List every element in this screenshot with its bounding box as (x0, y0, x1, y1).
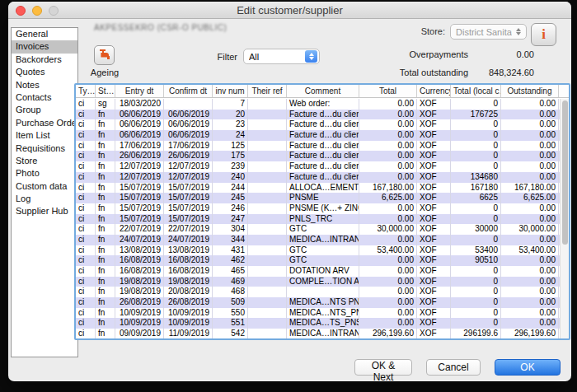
cell-entry_dt: 06/06/2019 (115, 130, 164, 141)
sidebar-item-custom-data[interactable]: Custom data (12, 180, 77, 193)
sidebar-item-backorders[interactable]: Backorders (12, 54, 77, 66)
cell-inv_num: 542 (213, 329, 248, 339)
invoice-row[interactable]: cifn26/08/201926/08/2019509MEDICA…NTS PN… (76, 297, 560, 308)
cell-total_local: 0 (451, 203, 501, 214)
minimize-window-button[interactable] (32, 6, 42, 16)
column-header-comment[interactable]: Comment (287, 85, 359, 97)
cell-their_ref (248, 297, 287, 308)
store-label: Store: (386, 26, 445, 36)
cell-st: fn (96, 203, 115, 214)
invoice-row[interactable]: cifn06/06/201906/06/201924Facture d…du c… (76, 130, 560, 141)
cell-outstanding: 53,400.00 (501, 245, 559, 256)
column-header-outstanding[interactable]: Outstanding (501, 85, 559, 97)
cell-confirm_dt: 26/08/2019 (164, 297, 213, 308)
invoice-row[interactable]: cifn12/07/201912/07/2019240Facture d…du … (76, 172, 560, 183)
ok-button[interactable]: OK (495, 359, 561, 376)
column-header-currency[interactable]: Currency (417, 85, 451, 97)
invoice-row[interactable]: cifn09/09/201911/09/2019542MEDICA…INTRAN… (76, 329, 560, 339)
info-button[interactable]: i (531, 23, 556, 46)
invoice-row[interactable]: cifn13/08/201913/08/2019431GTC53,400.00X… (76, 245, 560, 256)
invoice-row[interactable]: cifn24/07/201924/07/2019344MEDICA…INTRAN… (76, 235, 560, 245)
invoice-row[interactable]: cifn12/07/201912/07/2019239Facture d…du … (76, 161, 560, 172)
close-window-button[interactable] (16, 6, 26, 16)
invoice-row[interactable]: cifn06/06/201906/06/201920Facture d…du c… (76, 110, 560, 120)
invoice-row[interactable]: cifn10/09/201910/09/2019550MEDICA…NTS_PN… (76, 308, 560, 319)
column-header-st[interactable]: St… (96, 85, 115, 97)
cell-total: 0.00 (359, 308, 417, 319)
cell-inv_num: 239 (213, 161, 248, 172)
filter-label: Filter (204, 52, 237, 62)
sidebar-item-requisitions[interactable]: Requisitions (12, 142, 77, 155)
cell-inv_num: 7 (213, 99, 248, 110)
column-header-ty[interactable]: Ty… (76, 85, 96, 97)
column-header-entry_dt[interactable]: Entry dt (115, 85, 164, 97)
sidebar-item-item-list[interactable]: Item List (12, 129, 77, 142)
cell-entry_dt: 06/06/2019 (115, 119, 164, 130)
sidebar-item-invoices[interactable]: Invoices (12, 40, 77, 53)
cell-currency: XOF (417, 224, 451, 235)
column-header-inv_num[interactable]: inv num (213, 85, 248, 97)
invoice-row[interactable]: cifn10/09/201910/09/2019551MEDICA…TS_PNS… (76, 318, 560, 329)
invoice-row[interactable]: cifn16/08/201916/08/2019465DOTATION ARV0… (76, 266, 560, 277)
column-header-their_ref[interactable]: Their ref (248, 85, 287, 97)
cell-inv_num: 246 (213, 203, 248, 214)
sidebar-item-purchase-orders[interactable]: Purchase Orders (12, 117, 77, 129)
invoice-row[interactable]: cifn16/08/201916/08/2019462GTC0.00XOF905… (76, 255, 560, 266)
sidebar-item-log[interactable]: Log (12, 193, 77, 205)
cell-currency: XOF (417, 161, 451, 172)
invoice-row[interactable]: cifn15/07/201915/07/2019246PNSME (K…+ ZI… (76, 203, 560, 214)
window-controls (16, 6, 59, 16)
cell-total_local: 0 (451, 130, 501, 141)
store-select[interactable]: District Sanitaire… (450, 24, 527, 40)
cell-ty: ci (76, 297, 96, 308)
cell-total: 0.00 (359, 318, 417, 329)
cell-their_ref (248, 141, 287, 152)
cell-ty: ci (76, 172, 96, 183)
filter-select[interactable]: All (243, 49, 320, 64)
invoice-row[interactable]: cifn22/07/201922/07/2019304GTC30,000.00X… (76, 224, 560, 235)
cell-ty: ci (76, 141, 96, 152)
sidebar-item-supplier-hub[interactable]: Supplier Hub (12, 205, 77, 217)
sidebar-item-general[interactable]: General (12, 28, 77, 40)
sidebar-item-quotes[interactable]: Quotes (12, 66, 77, 78)
cell-inv_num: 245 (213, 193, 248, 203)
cell-total: 0.00 (359, 119, 417, 130)
column-header-total[interactable]: Total (359, 85, 417, 97)
stepper-icon (512, 26, 524, 38)
ageing-button[interactable] (94, 45, 115, 65)
ok-and-next-button[interactable]: OK & Next (354, 359, 412, 376)
sidebar-item-contacts[interactable]: Contacts (12, 91, 77, 104)
invoice-row[interactable]: cifn15/07/201915/07/2019245PNSME6,625.00… (76, 193, 560, 203)
cell-comment: MEDICA…INTRANTS (287, 329, 359, 339)
sidebar-item-photo[interactable]: Photo (12, 167, 77, 180)
column-header-total_local[interactable]: Total (local c… (451, 85, 501, 97)
table-scrollbar[interactable] (560, 99, 569, 338)
cell-entry_dt: 15/07/2019 (115, 203, 164, 214)
cell-comment: Facture d…du client (287, 161, 359, 172)
invoice-row[interactable]: cifn15/07/201915/07/2019244ALLOCA…EMENT)… (76, 183, 560, 194)
cancel-button[interactable]: Cancel (426, 359, 481, 376)
cell-total_local: 0 (451, 235, 501, 245)
sidebar-item-group[interactable]: Group (12, 104, 77, 116)
cell-total: 296,199.60 (359, 329, 417, 339)
invoice-row[interactable]: cifn15/07/201915/07/2019247PNLS_TRC0.00X… (76, 214, 560, 225)
sidebar-item-store[interactable]: Store (12, 155, 77, 167)
invoice-row[interactable]: cifn26/06/201926/06/2019175Facture d…du … (76, 151, 560, 161)
cell-their_ref (248, 308, 287, 319)
cell-entry_dt: 24/07/2019 (115, 235, 164, 245)
scrollbar-thumb[interactable] (562, 100, 568, 245)
invoice-row[interactable]: cifn06/06/201906/06/201923Facture d…du c… (76, 119, 560, 130)
total-outstanding-value: 848,324.60 (468, 68, 534, 77)
invoice-row[interactable]: cisg18/03/20207Web order:0.00XOF00.00 (76, 99, 560, 110)
invoice-row[interactable]: cifn17/06/201917/06/2019125Facture d…du … (76, 141, 560, 152)
invoice-row[interactable]: cifn19/08/201919/08/2019469COMPLE…TION A… (76, 277, 560, 287)
cell-currency: XOF (417, 277, 451, 287)
cell-entry_dt: 13/08/2019 (115, 245, 164, 256)
column-header-confirm_dt[interactable]: Confirm dt (164, 85, 213, 97)
cell-entry_dt: 26/08/2019 (115, 297, 164, 308)
cell-outstanding: 0.00 (501, 255, 559, 266)
sidebar-item-notes[interactable]: Notes (12, 79, 77, 91)
cell-entry_dt: 09/09/2019 (115, 329, 164, 339)
invoice-row[interactable]: cifn19/08/201920/08/20194680.00XOF00.00 (76, 287, 560, 297)
cell-their_ref (248, 224, 287, 235)
